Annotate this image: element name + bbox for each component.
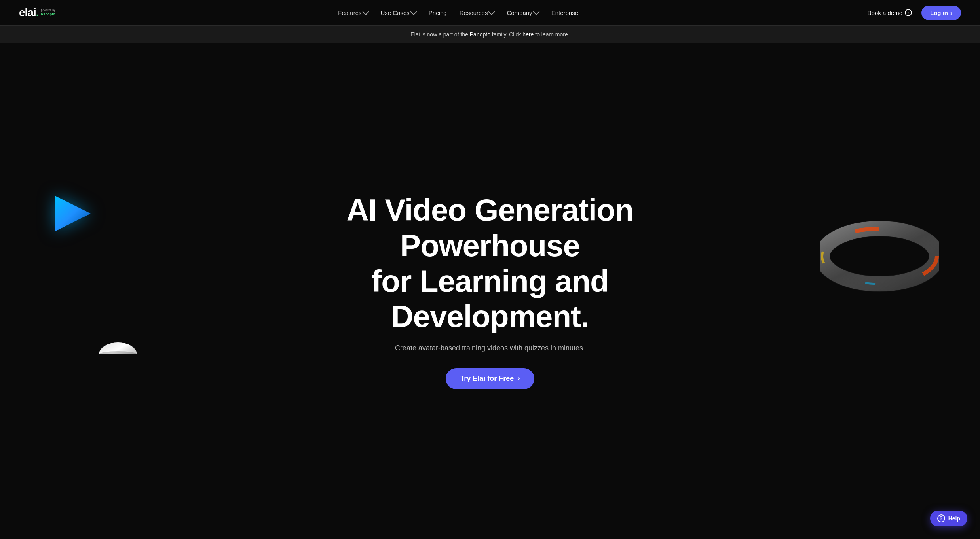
nav-actions: Book a demo › Log in › [861,6,961,20]
announcement-bar: Elai is now a part of the Panopto family… [0,25,980,43]
hero-section: AI Video Generation Powerhouse for Learn… [0,43,980,538]
chevron-down-icon [410,9,417,15]
svg-point-4 [822,229,937,284]
login-button[interactable]: Log in › [921,6,961,20]
logo-powered-by: powered by Panopto [41,9,55,16]
chevron-down-icon [488,9,495,15]
help-icon: ? [937,514,945,522]
nav-links: Features Use Cases Pricing Resources Com… [332,6,584,19]
panopto-link[interactable]: Panopto [470,31,490,38]
try-free-button[interactable]: Try Elai for Free › [446,368,534,389]
logo-text: elai. [19,6,38,19]
book-demo-button[interactable]: Book a demo › [861,6,918,19]
nav-pricing[interactable]: Pricing [423,6,452,19]
help-button[interactable]: ? Help [930,511,967,526]
nav-features[interactable]: Features [332,6,373,19]
hero-title: AI Video Generation Powerhouse for Learn… [328,193,652,335]
svg-marker-0 [55,196,91,231]
play-shape-decoration [49,192,97,239]
nav-use-cases[interactable]: Use Cases [375,6,422,19]
nav-resources[interactable]: Resources [454,6,500,19]
ring-decoration [820,217,931,288]
chevron-down-icon [533,9,539,15]
logo[interactable]: elai. powered by Panopto [19,6,55,19]
nav-enterprise[interactable]: Enterprise [546,6,584,19]
chevron-right-icon: › [950,9,952,16]
nav-company[interactable]: Company [501,6,544,19]
arrow-right-icon: › [905,9,912,16]
cta-arrow-icon: › [518,375,520,382]
navigation: elai. powered by Panopto Features Use Ca… [0,0,980,25]
half-sphere-decoration [98,331,130,350]
here-link[interactable]: here [522,31,534,38]
hero-subtitle: Create avatar-based training videos with… [395,344,585,352]
chevron-down-icon [362,9,369,15]
